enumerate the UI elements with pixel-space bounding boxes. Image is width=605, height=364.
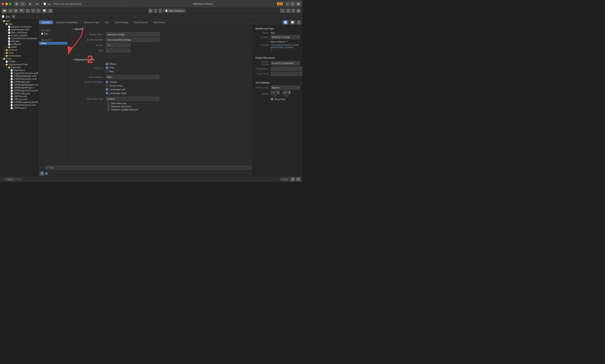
run-button[interactable]: ▶ [27,2,33,6]
add-button[interactable]: + [285,2,289,6]
info-icon[interactable]: ℹ [20,178,21,181]
reveal-in-finder-icon[interactable]: ⊙ [286,40,288,43]
view-toggle[interactable]: ▦ [296,2,301,6]
remove-target-button[interactable]: − [42,166,44,169]
nav-btn-4[interactable]: ⚠ [25,9,30,13]
sidebar-item-cap-log[interactable]: 📄 CAPLog.swift [0,98,38,101]
identity-toggle[interactable]: ▾ [73,28,74,30]
sidebar-item-cap-msg-handler[interactable]: 📄 CAPMessageHandlerWrapper.swift [0,101,38,104]
version-input[interactable] [106,43,131,47]
upside-down-checkbox[interactable] [106,84,108,87]
sidebar-item-cap-asset-handler[interactable]: 📄 CAPAssetHandler.swift [0,78,38,80]
tab-general[interactable]: General [39,21,53,24]
main-interface-dropdown[interactable]: Main ▼ [106,75,160,79]
file-tab-xcodeproj[interactable]: 📋 App.xcodeproj [163,9,186,13]
sidebar-item-pods-group[interactable]: ▸ 📁 Pods [0,51,38,54]
inspector-history-btn[interactable]: 🕐 [290,20,295,25]
sidebar-item-cap-bridged-plugin[interactable]: 📄 CAPBridgedPlugin.h [0,86,38,89]
grid-view-btn[interactable]: ⊞ [290,177,295,182]
sidebar-item-capacitor-ext[interactable]: 📄 CapacitorExtension.swift [0,72,38,75]
sidebar-toggle-button[interactable]: ▤ [14,2,19,6]
sidebar-item-cap-app-delegate[interactable]: 📄 CAPAppDelegate.swift [0,75,38,78]
tab-resource-tags[interactable]: Resource Tags [81,21,102,24]
minimize-button[interactable] [5,3,8,5]
add-target-button[interactable]: + [40,166,41,169]
sidebar-item-main-storyboard[interactable]: 📄 Main.storyboard [0,31,38,34]
sidebar-item-cap-bridge-delegate[interactable]: 📄 CAPBridgeDelegate.swift [0,83,38,86]
eye-icon[interactable]: 👁 [17,178,19,181]
inspector-file-btn[interactable]: 📄 [283,20,289,25]
right-inspector-3[interactable]: ? [291,9,295,13]
target-item-app[interactable]: A App [39,42,67,45]
deployment-toggle[interactable]: ▾ [73,59,74,61]
right-inspector-1[interactable]: ← [280,9,285,13]
sidebar-item-podfile[interactable]: 📄 Podfile [0,60,38,63]
build-input[interactable] [106,49,131,52]
close-button[interactable] [2,3,4,5]
sidebar-item-products[interactable]: ▸ 📁 Products [0,49,38,51]
tab-info[interactable]: Info [102,21,111,24]
indent-width-down[interactable]: ▼ [288,92,291,94]
tab-build-settings[interactable]: Build Settings [112,21,131,24]
stop-button[interactable]: ■ [34,2,40,6]
sidebar-item-launch-screen[interactable]: 📄 LaunchScreen.storyboard [0,37,38,40]
project-format-dropdown[interactable]: Xcode 8.0-compatible ▼ [271,61,300,65]
hide-status-bar-checkbox[interactable] [107,102,110,104]
sidebar-item-cap-config[interactable]: 📄 CAPConfig.swift [0,92,38,95]
sidebar-item-app-root[interactable]: ▾ 📁 App [0,19,38,22]
bundle-id-input[interactable] [106,38,160,42]
scheme-selector[interactable]: ⊙ [20,2,26,6]
back-nav[interactable]: ‹ [154,9,158,13]
sidebar-item-info-plist[interactable]: 📄 Info.plist [0,40,38,43]
portrait-checkbox[interactable] [106,81,108,83]
nav-btn-8[interactable]: ☰ [48,9,53,13]
display-name-input[interactable] [106,32,160,37]
sidebar-item-pods-root[interactable]: ▾ 📁 Pods [0,57,38,60]
sidebar-item-assets[interactable]: 📁 Assets.xcassets [0,34,38,37]
sidebar-item-cap-notifications[interactable]: 📄 CAPNotifications.swift [0,104,38,106]
nav-btn-7[interactable]: 💬 [41,9,47,13]
sidebar-item-capacitor-config[interactable]: 📄 capacitor.config.json [0,25,38,28]
tab-build-phases[interactable]: Build Phases [131,21,151,24]
nav-btn-5[interactable]: ◇ [31,9,35,13]
indent-using-dropdown[interactable]: Spaces ▼ [271,86,300,90]
landscape-left-checkbox[interactable] [106,88,108,91]
tab-width-up[interactable]: ▲ [277,91,279,92]
nav-btn-2[interactable]: ⊞ [14,9,18,13]
sidebar-item-dev-pods[interactable]: ▾ 📁 Development Pods [0,63,38,66]
status-bar-style-dropdown[interactable]: Default ▼ [106,97,160,101]
right-inspector-2[interactable]: ⚠ [286,9,291,13]
tab-signing[interactable]: Signing & Capabilities [53,21,81,24]
hide-toggle-btn[interactable]: ≡ [12,15,15,18]
right-inspector-4[interactable]: ⊞ [296,9,301,13]
tab-build-rules[interactable]: Build Rules [151,21,168,24]
sidebar-item-config-xml[interactable]: 📄 config.xml [0,43,38,46]
folder-icon-btn[interactable]: 📁 [2,9,7,13]
list-view-btn[interactable]: ☰ [296,177,301,182]
mac-checkbox[interactable] [106,70,108,73]
landscape-right-checkbox[interactable] [106,92,108,94]
sidebar-item-cap-file[interactable]: 📄 CAPFile.swift [0,95,38,98]
nav-btn-1[interactable]: ✕ [8,9,13,13]
location-dropdown[interactable]: Relative to Group ▼ [271,35,300,39]
sidebar-item-capacitor[interactable]: ▾ 📁 Capacitor [0,66,38,69]
forward-nav[interactable]: › [158,9,162,13]
fullscreen-button[interactable] [9,3,12,5]
iphone-checkbox[interactable] [106,63,108,65]
reveal-fullpath-icon[interactable]: ⊙ [271,49,273,51]
class-prefix-input[interactable] [271,72,302,76]
nav-btn-6[interactable]: ✏ [36,9,41,13]
bottom-toggle-btn[interactable]: ⊞ [40,171,44,176]
requires-full-screen-checkbox[interactable] [107,105,110,108]
sidebar-item-cap-bridge-vc[interactable]: 📄 CAPBridgeViewController.swift [0,89,38,92]
sidebar-item-capacitor-h[interactable]: 📄 Capacitor.h [0,69,38,72]
sidebar-item-appdelegate[interactable]: 📄 AppDelegate.swift [0,28,38,31]
nav-btn-3[interactable]: 🔍 [19,9,25,13]
nav-inspector-toggle[interactable]: ⊞ [148,9,153,13]
sidebar-item-app-group[interactable]: ▾ 📁 App [0,22,38,25]
project-item-app[interactable]: 📋 App [39,32,67,35]
sidebar-item-frameworks[interactable]: ▸ 📁 Frameworks [0,54,38,57]
editor-toggle[interactable]: ⇄ [290,2,295,6]
indent-width-up[interactable]: ▲ [288,91,291,92]
inspector-help-btn[interactable]: ? [297,20,301,25]
